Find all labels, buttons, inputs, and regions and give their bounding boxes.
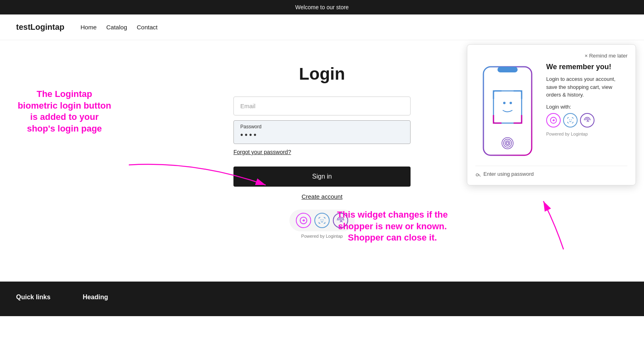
widget-login-icons <box>546 113 627 128</box>
nav-contact[interactable]: Contact <box>137 24 158 31</box>
header: testLogintap Home Catalog Contact <box>0 14 644 40</box>
svg-point-6 <box>503 102 506 104</box>
logo[interactable]: testLogintap <box>16 23 64 32</box>
widget-login-with: Login with: <box>546 104 627 110</box>
email-field[interactable] <box>233 97 411 115</box>
nav-catalog[interactable]: Catalog <box>106 24 127 31</box>
widget-description: Login to access your account, save the s… <box>546 75 627 99</box>
key-icon <box>475 171 481 177</box>
main-content: The Logintap biometric login button is a… <box>0 40 644 282</box>
widget-finger-icon[interactable] <box>580 113 594 128</box>
widget-popup: × Remind me later <box>467 44 636 185</box>
nav-home[interactable]: Home <box>80 24 97 31</box>
remind-later-button[interactable]: × Remind me later <box>584 53 627 59</box>
annotation-arrow-right <box>463 193 576 257</box>
footer-heading: Heading <box>83 294 108 301</box>
widget-title: We remember you! <box>546 63 627 71</box>
widget-popup-header: × Remind me later <box>475 53 627 59</box>
widget-popup-body: We remember you! Login to access your ac… <box>475 63 627 161</box>
page-title: Login <box>299 64 345 84</box>
main-nav: Home Catalog Contact <box>80 24 157 31</box>
svg-point-10 <box>505 141 510 146</box>
phone-svg <box>475 63 540 159</box>
widget-text: We remember you! Login to access your ac… <box>546 63 627 161</box>
create-account-link[interactable]: Create account <box>301 193 343 200</box>
footer-col-quicklinks: Quick links <box>16 294 50 304</box>
svg-point-9 <box>504 139 512 147</box>
phone-mockup <box>475 63 540 161</box>
svg-rect-5 <box>493 91 522 123</box>
annotation-right: This widget changes if the shopper is ne… <box>322 209 463 244</box>
footer-quicklinks-heading: Quick links <box>16 294 50 301</box>
banner-text: Welcome to our store <box>295 4 349 10</box>
forgot-password-link[interactable]: Forgot your password? <box>233 149 291 155</box>
svg-point-11 <box>506 142 509 144</box>
widget-powered-label: Powered by Logintap <box>546 132 627 136</box>
widget-footer: Enter using password <box>475 166 627 177</box>
top-banner: Welcome to our store <box>0 0 644 14</box>
password-box: Password •••• <box>233 120 411 144</box>
annotation-left: The Logintap biometric login button is a… <box>16 88 113 134</box>
footer-col-heading: Heading <box>83 294 108 304</box>
logintap-arrow-icon[interactable] <box>296 213 311 228</box>
svg-rect-4 <box>497 67 518 72</box>
password-dots: •••• <box>240 130 258 139</box>
footer: Quick links Heading <box>0 282 644 316</box>
widget-arrow-icon[interactable] <box>546 113 561 128</box>
password-label: Password <box>240 124 404 130</box>
enter-using-password[interactable]: Enter using password <box>483 171 534 177</box>
svg-point-7 <box>510 102 512 104</box>
sign-in-button[interactable]: Sign in <box>233 167 411 187</box>
widget-face-icon[interactable] <box>563 113 578 128</box>
